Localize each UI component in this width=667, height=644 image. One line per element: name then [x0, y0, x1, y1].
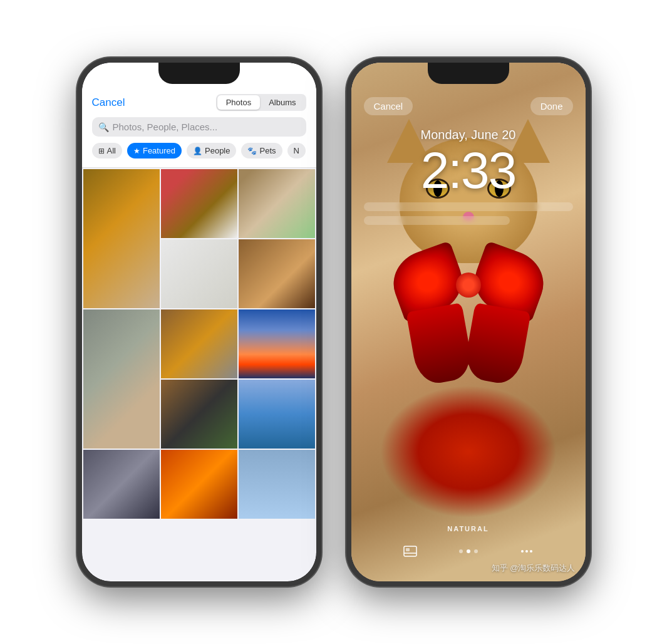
right-screen: Cancel Done Monday, June 20 2:33 NATURAL: [351, 63, 586, 581]
photo-room-brown[interactable]: [239, 239, 315, 308]
filter-all[interactable]: ⊞ All: [92, 143, 122, 158]
svg-point-4: [525, 550, 528, 553]
lock-spacer: [351, 231, 586, 525]
photo-sculpture[interactable]: [161, 450, 237, 519]
star-icon: ★: [133, 147, 140, 155]
photo-cat-bow[interactable]: [161, 169, 237, 238]
photo-cat-look[interactable]: [83, 309, 160, 449]
photo-sunset[interactable]: [239, 309, 315, 378]
lock-screen: Cancel Done Monday, June 20 2:33 NATURAL: [351, 63, 586, 581]
filter-featured-label: Featured: [143, 146, 175, 155]
filter-more[interactable]: N: [287, 143, 306, 158]
filter-more-label: N: [294, 146, 299, 155]
photo-cat-stand[interactable]: [161, 309, 237, 378]
svg-point-3: [521, 550, 524, 553]
lock-time: 2:33: [351, 145, 586, 196]
natural-label: NATURAL: [447, 525, 489, 532]
photo-sky[interactable]: [239, 450, 315, 519]
photo-park[interactable]: [161, 380, 237, 449]
svg-rect-1: [406, 548, 410, 551]
right-phone: Cancel Done Monday, June 20 2:33 NATURAL: [346, 58, 591, 586]
filter-people[interactable]: 👤 People: [187, 143, 236, 158]
lock-done-button[interactable]: Done: [530, 97, 573, 115]
filter-row: ⊞ All ★ Featured 👤 People 🐾 Pets: [92, 143, 306, 161]
lock-date: Monday, June 20: [351, 128, 586, 142]
filter-people-label: People: [205, 146, 230, 155]
filter-all-label: All: [107, 146, 116, 155]
left-phone: Cancel Photos Albums 🔍 Photos, People, P…: [77, 58, 321, 586]
notif-bar-1: [364, 202, 573, 211]
dot-3: [474, 549, 478, 553]
more-icon[interactable]: [515, 540, 538, 563]
search-bar[interactable]: 🔍 Photos, People, Places...: [92, 117, 306, 137]
segment-control: Photos Albums: [216, 94, 306, 111]
photos-tab[interactable]: Photos: [217, 95, 260, 110]
svg-point-5: [530, 550, 532, 553]
search-icon: 🔍: [98, 122, 109, 132]
notif-bar-2: [364, 216, 510, 225]
photo-building[interactable]: [83, 450, 160, 519]
photo-room-white[interactable]: [161, 239, 237, 308]
notch: [158, 63, 240, 84]
lock-notifications: [364, 202, 573, 225]
dot-2: [467, 549, 470, 553]
filter-featured[interactable]: ★ Featured: [127, 143, 182, 158]
right-notch: [428, 63, 509, 84]
photo-ocean[interactable]: [239, 380, 315, 449]
albums-tab[interactable]: Albums: [260, 95, 304, 110]
cancel-button[interactable]: Cancel: [92, 96, 125, 109]
photo-cat-sleep[interactable]: [83, 169, 160, 308]
person-icon: 👤: [193, 147, 202, 155]
watermark: 知乎 @淘乐乐数码达人: [492, 563, 576, 574]
paw-icon: 🐾: [247, 147, 257, 155]
picker-top-row: Cancel Photos Albums: [92, 94, 306, 111]
photo-grid: [82, 168, 316, 581]
lock-cancel-button[interactable]: Cancel: [364, 97, 413, 115]
gallery-icon[interactable]: [399, 540, 421, 563]
lock-ui: Cancel Done Monday, June 20 2:33 NATURAL: [351, 63, 586, 581]
lock-bottom-icons: [399, 540, 538, 563]
left-screen: Cancel Photos Albums 🔍 Photos, People, P…: [82, 63, 316, 581]
search-placeholder: Photos, People, Places...: [113, 122, 218, 132]
grid-icon: ⊞: [98, 147, 105, 155]
dot-1: [459, 549, 463, 553]
filter-pets[interactable]: 🐾 Pets: [241, 143, 282, 158]
svg-rect-0: [404, 546, 416, 556]
photos-picker: Cancel Photos Albums 🔍 Photos, People, P…: [82, 63, 316, 581]
lock-dots: [459, 549, 478, 553]
filter-pets-label: Pets: [259, 146, 276, 155]
photo-cat-two[interactable]: [239, 169, 315, 238]
